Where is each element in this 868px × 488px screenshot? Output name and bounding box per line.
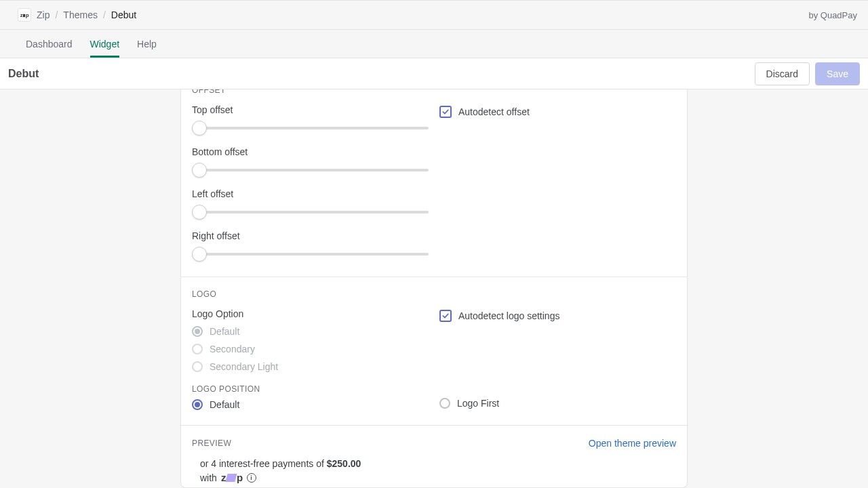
radio-icon — [192, 361, 203, 372]
logo-heading: LOGO — [192, 289, 676, 299]
preview-line-2: with zp i — [192, 472, 676, 483]
check-icon — [439, 310, 452, 322]
logo-position-default[interactable]: Default — [192, 399, 429, 410]
preview-heading: PREVIEW — [192, 439, 231, 448]
bottom-offset-slider[interactable] — [192, 163, 429, 178]
radio-icon — [439, 398, 450, 409]
left-offset-slider[interactable] — [192, 205, 429, 220]
offset-heading: OFFSET — [181, 89, 687, 95]
left-offset-label: Left offset — [192, 188, 429, 199]
logo-option-secondary-light-label: Secondary Light — [210, 361, 278, 372]
logo-position-default-label: Default — [210, 399, 239, 410]
autodetect-logo-label: Autodetect logo settings — [458, 310, 559, 321]
by-quadpay-label: by QuadPay — [808, 10, 857, 20]
info-icon[interactable]: i — [247, 473, 256, 483]
radio-icon — [192, 344, 203, 354]
autodetect-offset-label: Autodetect offset — [458, 106, 530, 117]
logo-position-heading: LOGO POSITION — [192, 384, 429, 394]
logo-option-default-label: Default — [210, 326, 239, 337]
app-icon: z∎p — [18, 8, 31, 22]
discard-button[interactable]: Discard — [755, 62, 810, 85]
breadcrumb-sep-1: / — [55, 9, 58, 20]
settings-card: OFFSET Top offset Bottom offset — [180, 89, 688, 488]
radio-icon — [192, 399, 203, 410]
page-title: Debut — [8, 68, 39, 80]
check-icon — [439, 106, 452, 118]
breadcrumb-current: Debut — [111, 9, 136, 20]
logo-position-logo-first-label: Logo First — [457, 398, 499, 409]
autodetect-offset-checkbox[interactable]: Autodetect offset — [439, 106, 676, 118]
preview-line-1: or 4 interest-free payments of $250.00 — [192, 458, 676, 469]
open-theme-preview-link[interactable]: Open theme preview — [589, 438, 676, 449]
top-offset-slider[interactable] — [192, 121, 429, 136]
bottom-offset-label: Bottom offset — [192, 146, 429, 157]
preview-line1-pre: or 4 interest-free payments of — [200, 458, 327, 469]
breadcrumb-sep-2: / — [103, 9, 106, 20]
logo-position-logo-first[interactable]: Logo First — [439, 398, 676, 409]
breadcrumb-bar: z∎p Zip / Themes / Debut by QuadPay — [0, 0, 868, 30]
top-offset-label: Top offset — [192, 104, 429, 115]
logo-option-secondary-light[interactable]: Secondary Light — [192, 361, 429, 372]
nav-tabs: Dashboard Widget Help — [0, 30, 868, 58]
logo-option-secondary[interactable]: Secondary — [192, 344, 429, 354]
tab-help[interactable]: Help — [137, 30, 157, 58]
breadcrumb-app[interactable]: Zip — [37, 9, 50, 20]
zip-logo-icon: zp — [221, 472, 243, 483]
logo-option-secondary-label: Secondary — [210, 344, 255, 354]
preview-line2-with: with — [200, 472, 217, 483]
preview-amount: $250.00 — [327, 458, 361, 469]
radio-icon — [192, 326, 203, 337]
tab-widget[interactable]: Widget — [90, 30, 120, 58]
logo-option-default[interactable]: Default — [192, 326, 429, 337]
logo-option-label: Logo Option — [192, 308, 429, 319]
tab-dashboard[interactable]: Dashboard — [26, 30, 73, 58]
save-button[interactable]: Save — [815, 62, 860, 85]
breadcrumb-themes[interactable]: Themes — [63, 9, 98, 20]
right-offset-slider[interactable] — [192, 247, 429, 262]
page-header: Debut Discard Save — [0, 58, 868, 89]
autodetect-logo-checkbox[interactable]: Autodetect logo settings — [439, 310, 676, 322]
right-offset-label: Right offset — [192, 230, 429, 241]
